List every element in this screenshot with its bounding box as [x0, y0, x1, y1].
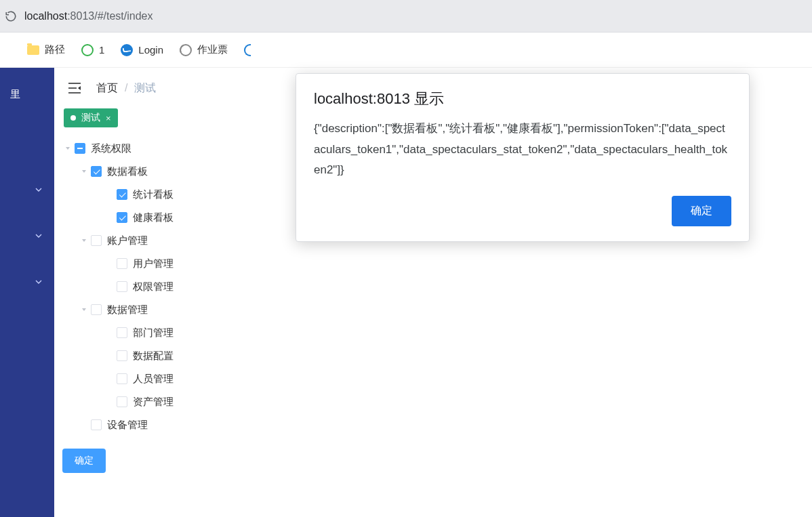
bookmark-one[interactable]: 1	[81, 44, 104, 56]
tree-label: 数据看板	[107, 165, 148, 178]
checkbox-unchecked[interactable]	[117, 281, 127, 292]
sidebar-item-label: 里	[0, 88, 20, 101]
tree-label: 人员管理	[133, 373, 174, 386]
checkbox-unchecked[interactable]	[91, 235, 102, 246]
green-circle-icon	[81, 44, 94, 56]
url-display[interactable]: localhost:8013/#/test/index	[22, 6, 808, 26]
sidebar-item-3[interactable]	[0, 270, 54, 293]
tree-label: 资产管理	[133, 396, 174, 409]
tree-label: 部门管理	[133, 327, 174, 339]
tree-label: 用户管理	[133, 257, 174, 270]
tree-node-perm-mgmt[interactable]: 权限管理	[57, 275, 812, 298]
sidebar-item-0[interactable]: 里	[0, 87, 54, 110]
tree-node-dept[interactable]: 部门管理	[57, 321, 812, 344]
tab-label: 测试	[81, 112, 100, 124]
url-path: :8013/#/test/index	[67, 10, 153, 22]
tree-node-user-mgmt[interactable]: 用户管理	[57, 252, 812, 275]
checkbox-unchecked[interactable]	[117, 327, 127, 338]
chevron-down-icon	[35, 234, 42, 238]
bookmarks-bar: 路径 1 Login 作业票	[0, 33, 812, 68]
bookmark-path[interactable]: 路径	[27, 43, 65, 56]
tree-label: 数据管理	[107, 304, 148, 316]
confirm-button[interactable]: 确定	[62, 449, 106, 473]
dialog-ok-button[interactable]: 确定	[672, 196, 731, 226]
dialog-body: {"description":["数据看板","统计看板","健康看板"],"p…	[314, 119, 731, 181]
url-host: localhost	[24, 10, 67, 22]
checkbox-unchecked[interactable]	[117, 258, 127, 269]
breadcrumb-home[interactable]: 首页	[96, 81, 118, 96]
bookmark-label: 路径	[45, 43, 65, 56]
checkbox-unchecked[interactable]	[91, 419, 102, 430]
tree-node-personnel[interactable]: 人员管理	[57, 367, 812, 390]
active-dot-icon	[70, 115, 76, 121]
tree-label: 数据配置	[133, 350, 174, 363]
checkbox-checked[interactable]	[117, 189, 127, 200]
tree-node-data-cfg[interactable]: 数据配置	[57, 344, 812, 367]
bookmark-login[interactable]: Login	[121, 44, 163, 56]
tree-node-asset[interactable]: 资产管理	[57, 390, 812, 413]
checkbox-unchecked[interactable]	[117, 373, 127, 384]
caret-down-icon[interactable]	[64, 144, 72, 152]
bookmark-ticket[interactable]: 作业票	[180, 43, 228, 56]
sidebar: 里	[0, 68, 54, 517]
tree-label: 账户管理	[107, 234, 148, 247]
checkbox-checked[interactable]	[117, 212, 127, 223]
chevron-down-icon	[35, 188, 42, 192]
checkbox-checked[interactable]	[91, 166, 102, 177]
tree-label: 系统权限	[91, 142, 131, 155]
checkbox-unchecked[interactable]	[117, 396, 127, 407]
blue-circle-icon	[121, 44, 133, 56]
checkbox-indeterminate[interactable]	[75, 143, 85, 154]
checkbox-unchecked[interactable]	[91, 304, 102, 315]
tree-label: 统计看板	[133, 188, 174, 201]
alert-dialog: localhost:8013 显示 {"description":["数据看板"…	[296, 73, 750, 242]
reload-icon[interactable]	[4, 9, 18, 23]
menu-fold-icon[interactable]	[68, 82, 81, 94]
caret-down-icon[interactable]	[80, 306, 88, 314]
tree-label: 设备管理	[107, 419, 148, 432]
bookmark-label: Login	[138, 44, 163, 56]
bookmark-label: 1	[99, 44, 104, 56]
dialog-title: localhost:8013 显示	[314, 89, 731, 109]
breadcrumb-current: 测试	[134, 81, 156, 96]
tree-node-device[interactable]: 设备管理	[57, 413, 812, 436]
chevron-down-icon	[35, 280, 42, 284]
dialog-actions: 确定	[314, 196, 731, 226]
folder-icon	[27, 45, 39, 55]
tree-node-data[interactable]: 数据管理	[57, 298, 812, 321]
bookmark-partial-right[interactable]	[244, 44, 251, 56]
close-icon[interactable]: ×	[106, 113, 111, 123]
partial-icon	[244, 44, 251, 56]
bookmark-label: 作业票	[197, 43, 228, 56]
caret-down-icon[interactable]	[80, 236, 88, 245]
sidebar-item-1[interactable]	[0, 178, 54, 201]
breadcrumb-separator: /	[125, 82, 127, 94]
browser-address-bar: localhost:8013/#/test/index	[0, 0, 812, 33]
checkbox-unchecked[interactable]	[117, 350, 127, 361]
caret-down-icon[interactable]	[80, 167, 88, 175]
globe-icon	[180, 44, 192, 56]
tab-test[interactable]: 测试 ×	[64, 108, 118, 127]
breadcrumb: 首页 / 测试	[96, 81, 156, 96]
tree-label: 权限管理	[133, 281, 174, 293]
app-container: 里 首页 / 测试	[0, 68, 812, 517]
sidebar-item-2[interactable]	[0, 224, 54, 247]
tree-label: 健康看板	[133, 211, 174, 224]
